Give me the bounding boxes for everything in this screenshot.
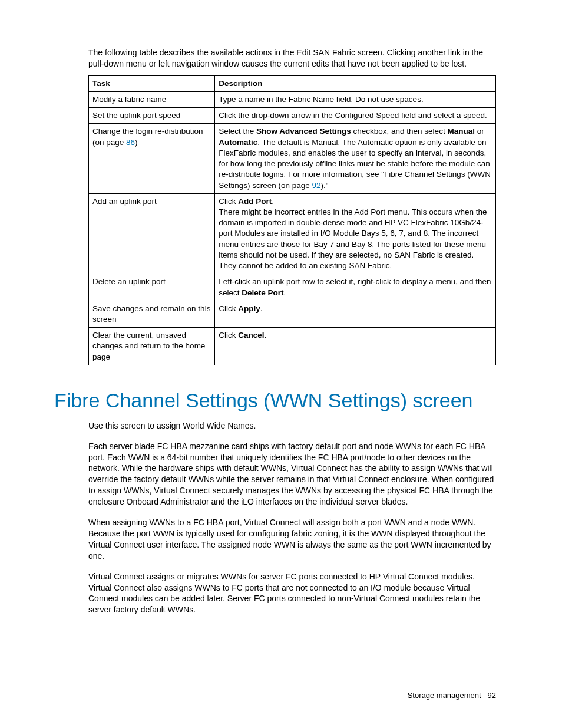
desc-cell: Click Cancel. [215,328,496,365]
bold-text: Cancel [238,331,264,340]
intro-paragraph: The following table describes the availa… [88,47,496,70]
desc-cell: Click the drop-down arrow in the Configu… [215,108,496,124]
table-row: Set the uplink port speed Click the drop… [89,108,496,124]
page-footer: Storage management 92 [408,691,496,700]
task-cell: Clear the current, unsaved changes and r… [89,328,215,365]
table-row: Save changes and remain on this screen C… [89,301,496,327]
task-cell: Change the login re-distribution (on pag… [89,124,215,193]
table-row: Clear the current, unsaved changes and r… [89,328,496,365]
body-paragraph: When assigning WWNs to a FC HBA port, Vi… [88,517,496,562]
section-heading: Fibre Channel Settings (WWN Settings) sc… [54,389,496,412]
task-cell: Set the uplink port speed [89,108,215,124]
text: . There might be incorrect entries in th… [219,197,487,270]
task-cell: Modify a fabric name [89,92,215,108]
desc-cell: Click Apply. [215,301,496,327]
body-paragraph: Virtual Connect assigns or migrates WWNs… [88,571,496,616]
desc-cell: Left-click an uplink port row to select … [215,274,496,301]
table-row: Add an uplink port Click Add Port. There… [89,193,496,274]
task-cell: Delete an uplink port [89,274,215,301]
table-row: Modify a fabric name Type a name in the … [89,92,496,108]
task-cell: Add an uplink port [89,193,215,274]
desc-cell: Type a name in the Fabric Name field. Do… [215,92,496,108]
text: Click [219,304,238,313]
text: or [475,127,484,136]
text: checkbox, and then select [351,127,448,136]
bold-text: Manual [447,127,475,136]
table-row: Change the login re-distribution (on pag… [89,124,496,193]
desc-cell: Click Add Port. There might be incorrect… [215,193,496,274]
table-row: Delete an uplink port Left-click an upli… [89,274,496,301]
text: Change the login re-distribution (on pag… [92,127,203,146]
desc-cell: Select the Show Advanced Settings checkb… [215,124,496,193]
footer-label: Storage management [408,691,481,700]
page-link-92[interactable]: 92 [312,181,321,190]
body-paragraph: Use this screen to assign World Wide Nam… [88,420,496,431]
header-description: Description [215,75,496,91]
bold-text: Add Port [238,197,272,206]
header-task: Task [89,75,215,91]
text: Click [219,331,238,340]
body-paragraph: Each server blade FC HBA mezzanine card … [88,441,496,508]
text: . [260,304,263,313]
text: . The default is Manual. The Automatic o… [219,138,491,190]
bold-text: Delete Port [242,288,283,297]
page-link-86[interactable]: 86 [126,138,135,147]
text: Click [219,197,238,206]
text: Select the [219,127,256,136]
footer-page-number: 92 [488,691,496,700]
actions-table: Task Description Modify a fabric name Ty… [88,75,496,365]
text: . [284,288,286,297]
text: ) [135,138,138,147]
table-header-row: Task Description [89,75,496,91]
bold-text: Apply [238,304,260,313]
text: )." [321,181,329,190]
text: . [264,331,266,340]
bold-text: Show Advanced Settings [256,127,351,136]
task-cell: Save changes and remain on this screen [89,301,215,327]
bold-text: Automatic [219,138,257,147]
